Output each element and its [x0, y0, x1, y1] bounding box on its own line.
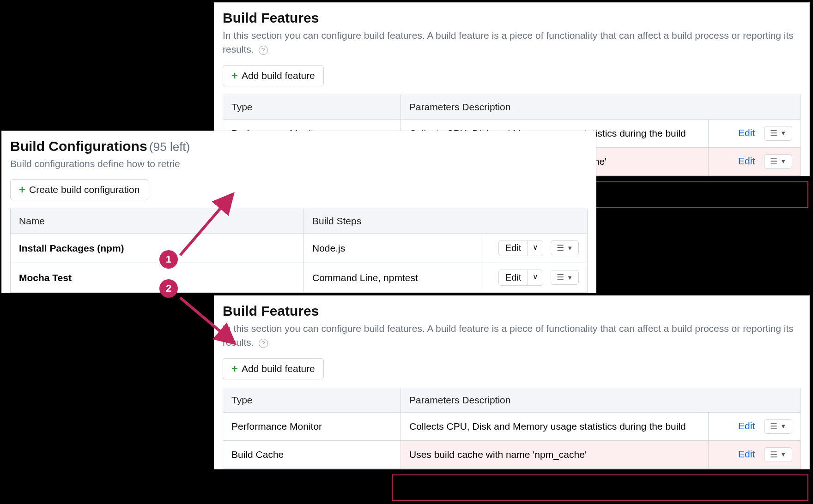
- list-icon: ☰: [770, 450, 777, 459]
- chevron-down-icon: ▼: [780, 130, 786, 137]
- features-bottom-desc: In this section you can configure build …: [223, 322, 801, 350]
- edit-link[interactable]: Edit: [738, 449, 755, 459]
- table-row: Performance Monitor Collects CPU, Disk a…: [223, 412, 801, 440]
- chevron-down-icon: ▼: [567, 274, 573, 281]
- add-build-feature-button-bottom[interactable]: + Add build feature: [223, 358, 324, 379]
- create-build-configuration-button[interactable]: + Create build configuration: [10, 179, 148, 200]
- edit-link[interactable]: Edit: [738, 420, 755, 431]
- configurations-panel: Build Configurations (95 left) Build con…: [1, 131, 596, 293]
- list-icon: ☰: [770, 157, 777, 166]
- add-build-feature-button-top[interactable]: + Add build feature: [223, 65, 324, 86]
- edit-split-button[interactable]: Edit ∨: [498, 270, 543, 286]
- more-menu-button[interactable]: ☰ ▼: [764, 126, 792, 141]
- plus-icon: +: [231, 363, 238, 374]
- col-params: Parameters Description: [401, 388, 801, 412]
- plus-icon: +: [19, 184, 25, 195]
- list-icon: ☰: [770, 422, 777, 431]
- edit-split-button[interactable]: Edit ∨: [498, 240, 543, 256]
- help-icon[interactable]: ?: [259, 46, 268, 55]
- chevron-down-icon: ▼: [567, 245, 573, 252]
- chevron-down-icon[interactable]: ∨: [528, 270, 543, 285]
- features-table-bottom: Type Parameters Description Performance …: [223, 388, 801, 469]
- more-menu-button[interactable]: ☰ ▼: [551, 270, 579, 285]
- chevron-down-icon: ▼: [780, 451, 786, 458]
- list-icon: ☰: [557, 244, 564, 252]
- edit-link[interactable]: Edit: [738, 156, 755, 166]
- edit-link[interactable]: Edit: [738, 127, 755, 138]
- features-bottom-title: Build Features: [223, 303, 801, 319]
- highlight-outline-bottom: [392, 474, 808, 501]
- configurations-table: Name Build Steps Install Packages (npm) …: [10, 209, 588, 293]
- plus-icon: +: [231, 70, 238, 81]
- table-row[interactable]: Install Packages (npm) Node.js Edit ∨ ☰ …: [11, 234, 588, 263]
- table-row[interactable]: Mocha Test Command Line, npmtest Edit ∨ …: [11, 263, 588, 293]
- help-icon[interactable]: ?: [259, 339, 268, 348]
- features-top-title: Build Features: [223, 10, 801, 26]
- more-menu-button[interactable]: ☰ ▼: [764, 447, 792, 462]
- annotation-badge-2: 2: [159, 279, 178, 298]
- table-row-highlighted: Build Cache Uses build cache with name '…: [223, 440, 801, 468]
- more-menu-button[interactable]: ☰ ▼: [764, 419, 792, 434]
- configurations-header: Build Configurations (95 left): [10, 138, 213, 154]
- col-name: Name: [11, 209, 304, 234]
- configurations-desc: Build configurations define how to retri…: [10, 157, 213, 171]
- list-icon: ☰: [557, 273, 564, 282]
- col-params: Parameters Description: [401, 95, 801, 119]
- col-type: Type: [223, 388, 401, 412]
- list-icon: ☰: [770, 129, 777, 138]
- chevron-down-icon: ▼: [780, 158, 786, 165]
- col-steps: Build Steps: [304, 209, 588, 234]
- more-menu-button[interactable]: ☰ ▼: [764, 154, 792, 169]
- features-panel-bottom: Build Features In this section you can c…: [214, 295, 810, 469]
- features-top-desc: In this section you can configure build …: [223, 29, 801, 57]
- chevron-down-icon: ▼: [780, 423, 786, 430]
- more-menu-button[interactable]: ☰ ▼: [551, 240, 579, 255]
- annotation-badge-1: 1: [159, 250, 178, 269]
- chevron-down-icon[interactable]: ∨: [528, 240, 543, 256]
- col-type: Type: [223, 95, 401, 119]
